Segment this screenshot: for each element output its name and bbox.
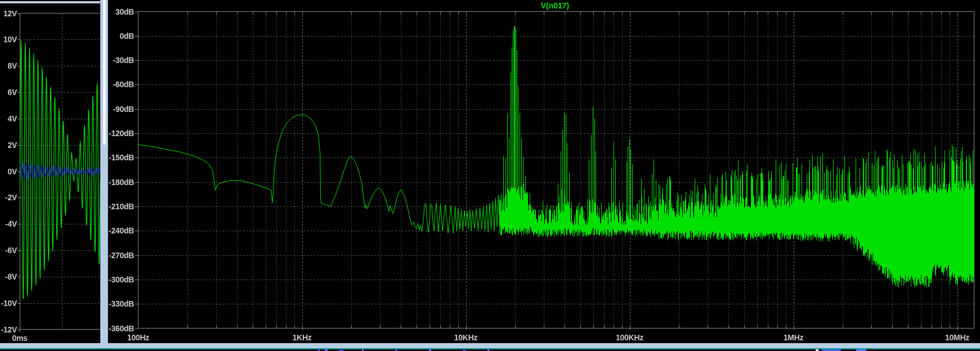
fft-y-tick-label: -330dB <box>108 300 134 308</box>
transient-y-tick-label: -4V <box>0 220 17 228</box>
fft-y-tick-label: -300dB <box>108 276 134 284</box>
transient-y-tick-label: -8V <box>0 273 17 281</box>
transient-y-tick-label: -2V <box>0 194 17 201</box>
fft-y-tick-label: -60dB <box>108 80 134 88</box>
fft-y-tick-label: -210dB <box>108 202 134 210</box>
fft-y-tick-label: 30dB <box>108 8 134 16</box>
transient-x-tick-label: 0ms <box>4 334 35 342</box>
transient-y-tick-label: 2V <box>0 141 17 149</box>
transient-plot-pane: 12V10V8V6V4V2V0V-2V-4V-6V-8V-10V-12V 0ms <box>0 0 100 343</box>
transient-y-tick-label: -6V <box>0 246 17 254</box>
fft-y-tick-label: -360dB <box>108 325 134 332</box>
fft-plot-pane: 30dB0dB-30dB-60dB-90dB-120dB-150dB-180dB… <box>108 0 980 343</box>
fft-y-tick-label: -30dB <box>108 56 134 64</box>
transient-y-tick-label: -10V <box>0 299 17 307</box>
fft-trace-title[interactable]: V(n017) <box>510 1 600 10</box>
fft-y-tick-label: -180dB <box>108 178 134 186</box>
waveform-viewer: 12V10V8V6V4V2V0V-2V-4V-6V-8V-10V-12V 0ms… <box>0 0 980 351</box>
left-pane-top-border <box>0 1 100 3</box>
transient-y-tick-label: -12V <box>0 326 17 334</box>
fft-x-tick-label: 1KHz <box>277 334 328 341</box>
fft-y-tick-label: -270dB <box>108 251 134 259</box>
splitter-highlight <box>103 0 106 145</box>
fft-plot-canvas[interactable] <box>108 0 980 343</box>
fft-y-tick-label: -90dB <box>108 105 134 113</box>
pane-splitter[interactable] <box>100 0 108 343</box>
transient-y-tick-label: 12V <box>0 10 17 17</box>
fft-x-tick-label: 10KHz <box>441 334 491 341</box>
window-bottom-border <box>0 343 980 348</box>
fft-y-tick-label: -150dB <box>108 154 134 161</box>
fft-x-tick-label: 10MHz <box>932 334 980 341</box>
transient-y-tick-label: 0V <box>0 168 17 176</box>
transient-y-tick-label: 4V <box>0 115 17 123</box>
fft-y-tick-label: -120dB <box>108 129 134 137</box>
transient-y-tick-label: 10V <box>0 35 17 43</box>
fft-y-tick-label: 0dB <box>108 32 134 40</box>
fft-x-tick-label: 100Hz <box>113 334 164 341</box>
fft-x-tick-label: 1MHz <box>768 334 819 341</box>
transient-y-tick-label: 6V <box>0 88 17 96</box>
fft-y-tick-label: -240dB <box>108 227 134 235</box>
transient-y-tick-label: 8V <box>0 62 17 70</box>
fft-x-tick-label: 100KHz <box>605 334 655 341</box>
